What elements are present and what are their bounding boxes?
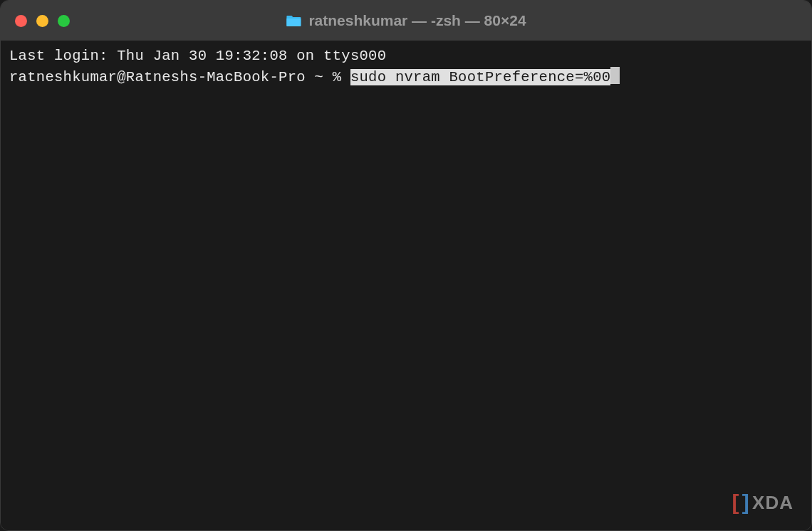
terminal-body[interactable]: Last login: Thu Jan 30 19:32:08 on ttys0… xyxy=(1,41,811,530)
window-title: ratneshkumar — -zsh — 80×24 xyxy=(308,12,526,29)
titlebar[interactable]: ratneshkumar — -zsh — 80×24 xyxy=(1,1,811,41)
prompt-text: ratneshkumar@Ratneshs-MacBook-Pro ~ % xyxy=(9,69,350,85)
prompt-line: ratneshkumar@Ratneshs-MacBook-Pro ~ % su… xyxy=(9,67,803,88)
terminal-window: ratneshkumar — -zsh — 80×24 Last login: … xyxy=(0,0,812,531)
last-login-line: Last login: Thu Jan 30 19:32:08 on ttys0… xyxy=(9,46,803,67)
close-button[interactable] xyxy=(15,15,27,27)
bracket-close-icon: ] xyxy=(742,488,749,517)
minimize-button[interactable] xyxy=(36,15,48,27)
bracket-open-icon: [ xyxy=(732,488,739,517)
folder-icon xyxy=(286,14,301,27)
watermark-text: XDA xyxy=(752,490,793,515)
title-container: ratneshkumar — -zsh — 80×24 xyxy=(286,12,526,29)
maximize-button[interactable] xyxy=(58,15,70,27)
watermark: [] XDA xyxy=(732,488,794,517)
command-text[interactable]: sudo nvram BootPreference=%00 xyxy=(350,69,610,85)
cursor xyxy=(610,67,620,84)
traffic-lights xyxy=(15,15,70,27)
